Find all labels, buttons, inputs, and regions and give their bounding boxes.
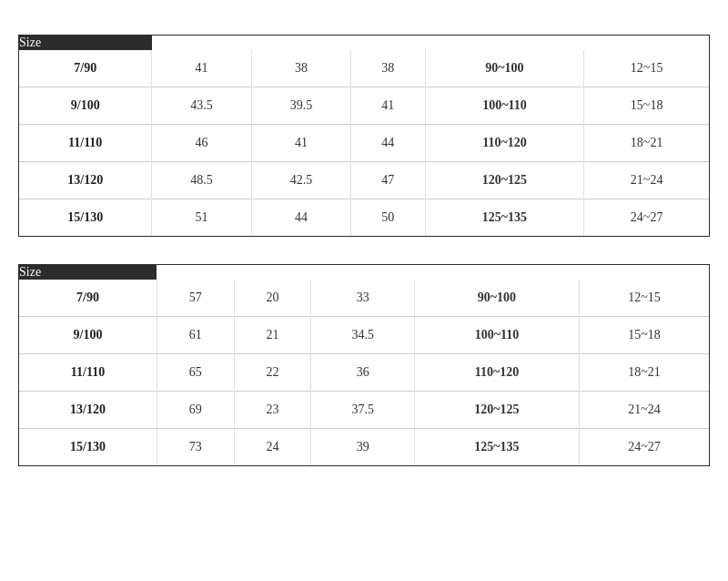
table-cell: 24~27 xyxy=(580,429,709,466)
table-cell: 42.5 xyxy=(251,162,350,199)
table-row: 15/130514450125~13524~27 xyxy=(19,199,709,237)
page-container: Size 7/9041383890~10012~159/10043.539.54… xyxy=(18,18,710,494)
table-cell: 21 xyxy=(234,317,311,354)
table-cell: 7/90 xyxy=(19,50,152,87)
table-cell: 125~135 xyxy=(414,429,579,466)
table-cell: 48.5 xyxy=(152,162,251,199)
table-cell: 18~21 xyxy=(584,125,709,162)
table-cell: 9/100 xyxy=(19,317,157,354)
table-row: 15/130732439125~13524~27 xyxy=(19,429,709,466)
table-cell: 15/130 xyxy=(19,429,157,466)
table-cell: 39 xyxy=(311,429,414,466)
table-cell: 11/110 xyxy=(19,125,152,162)
table-cell: 22 xyxy=(234,354,311,392)
table-cell: 69 xyxy=(157,392,234,429)
table-cell: 15/130 xyxy=(19,199,152,237)
table-cell: 100~110 xyxy=(414,317,579,354)
table-cell: 18~21 xyxy=(580,354,709,392)
table-cell: 24~27 xyxy=(584,199,709,237)
table-cell: 46 xyxy=(152,125,251,162)
table-cell: 120~125 xyxy=(425,162,584,199)
table-cell: 41 xyxy=(251,125,350,162)
table-row: 11/110464144110~12018~21 xyxy=(19,125,709,162)
table1-wrapper: Size 7/9041383890~10012~159/10043.539.54… xyxy=(18,35,710,237)
table-row: 7/9041383890~10012~15 xyxy=(19,50,709,87)
table-cell: 21~24 xyxy=(580,392,709,429)
table-cell: 44 xyxy=(251,199,350,237)
table-cell: 38 xyxy=(351,50,426,87)
table-cell: 23 xyxy=(234,392,311,429)
table-row: 13/120692337.5120~12521~24 xyxy=(19,392,709,429)
table-cell: 110~120 xyxy=(414,354,579,392)
table-cell: 73 xyxy=(157,429,234,466)
table-cell: 39.5 xyxy=(251,87,350,125)
table-cell: 90~100 xyxy=(425,50,584,87)
table-cell: 11/110 xyxy=(19,354,157,392)
table-cell: 38 xyxy=(251,50,350,87)
table-row: 13/12048.542.547120~12521~24 xyxy=(19,162,709,199)
table-cell: 15~18 xyxy=(584,87,709,125)
table-cell: 100~110 xyxy=(425,87,584,125)
table-cell: 13/120 xyxy=(19,162,152,199)
table-cell: 13/120 xyxy=(19,392,157,429)
table-cell: 33 xyxy=(311,280,414,317)
table-cell: 12~15 xyxy=(584,50,709,87)
table-row: 9/10043.539.541100~11015~18 xyxy=(19,87,709,125)
table-cell: 50 xyxy=(351,199,426,237)
table-cell: 36 xyxy=(311,354,414,392)
table-cell: 34.5 xyxy=(311,317,414,354)
table1: Size 7/9041383890~10012~159/10043.539.54… xyxy=(19,36,709,236)
table-cell: 43.5 xyxy=(152,87,251,125)
table-cell: 41 xyxy=(351,87,426,125)
table-cell: 7/90 xyxy=(19,280,157,317)
table-row: 11/110652236110~12018~21 xyxy=(19,354,709,392)
table-cell: 65 xyxy=(157,354,234,392)
table2-wrapper: Size 7/9057203390~10012~159/100612134.51… xyxy=(18,264,710,466)
table-cell: 37.5 xyxy=(311,392,414,429)
table-cell: 44 xyxy=(351,125,426,162)
table-cell: 20 xyxy=(234,280,311,317)
table-cell: 61 xyxy=(157,317,234,354)
table-cell: 15~18 xyxy=(580,317,709,354)
table-cell: 110~120 xyxy=(425,125,584,162)
table-row: 9/100612134.5100~11015~18 xyxy=(19,317,709,354)
table-row: 7/9057203390~10012~15 xyxy=(19,280,709,317)
table-cell: 125~135 xyxy=(425,199,584,237)
table2: Size 7/9057203390~10012~159/100612134.51… xyxy=(19,265,709,465)
table-cell: 51 xyxy=(152,199,251,237)
table1-header-row: Size xyxy=(19,36,709,50)
table-cell: 120~125 xyxy=(414,392,579,429)
table-cell: 9/100 xyxy=(19,87,152,125)
table-cell: 12~15 xyxy=(580,280,709,317)
table-cell: 47 xyxy=(351,162,426,199)
table-cell: 24 xyxy=(234,429,311,466)
table-cell: 21~24 xyxy=(584,162,709,199)
table-cell: 90~100 xyxy=(414,280,579,317)
table-cell: 57 xyxy=(157,280,234,317)
table2-header-row: Size xyxy=(19,265,709,280)
table-cell: 41 xyxy=(152,50,251,87)
